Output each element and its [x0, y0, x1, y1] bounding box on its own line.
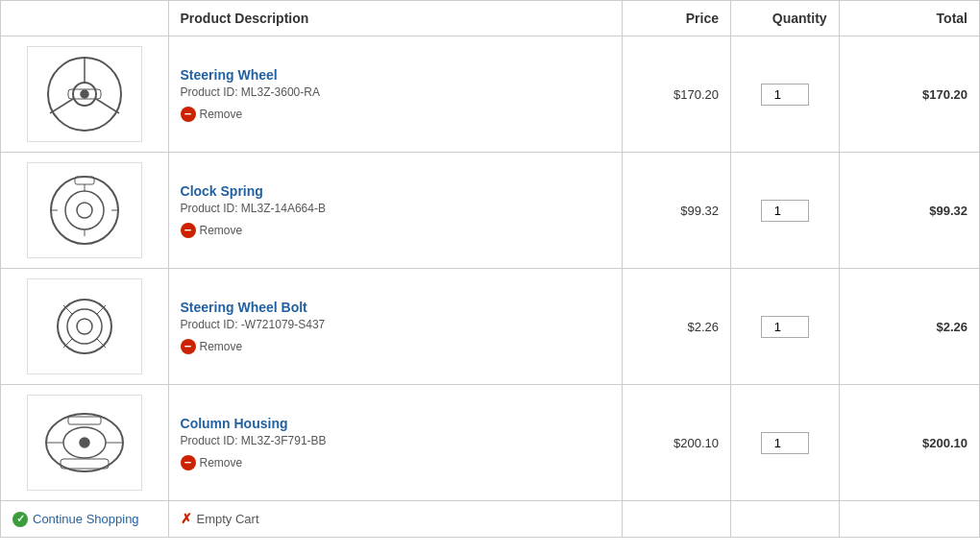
- product-image-2: [27, 162, 142, 258]
- total-cell-4: $200.10: [839, 385, 979, 501]
- svg-rect-26: [61, 459, 109, 469]
- remove-label-2: Remove: [200, 224, 243, 237]
- qty-input-4[interactable]: [761, 432, 809, 454]
- product-id-4: Product ID: ML3Z-3F791-BB: [181, 434, 611, 447]
- svg-point-6: [81, 90, 88, 98]
- continue-icon: ✓: [12, 512, 28, 527]
- remove-label-1: Remove: [200, 108, 243, 121]
- cart-row-2: Clock Spring Product ID: ML3Z-14A664-B −…: [1, 153, 980, 269]
- product-image-4: [27, 395, 142, 491]
- remove-icon-4: −: [181, 455, 196, 470]
- product-image-cell-1: [1, 36, 169, 153]
- product-name-4[interactable]: Column Housing: [181, 416, 288, 431]
- remove-label-4: Remove: [200, 456, 243, 470]
- product-desc-cell-2: Clock Spring Product ID: ML3Z-14A664-B −…: [168, 153, 623, 269]
- svg-line-19: [96, 305, 106, 315]
- price-cell-3: $2.26: [623, 269, 731, 385]
- svg-line-18: [63, 305, 73, 315]
- remove-icon-3: −: [181, 339, 196, 354]
- header-quantity: Quantity: [731, 1, 840, 36]
- price-cell-4: $200.10: [623, 385, 731, 501]
- total-cell-1: $170.20: [839, 36, 979, 153]
- product-image-1: [27, 46, 142, 142]
- product-desc-cell-3: Steering Wheel Bolt Product ID: -W721079…: [168, 269, 623, 385]
- header-image: [1, 1, 169, 36]
- footer-qty-empty: [731, 501, 840, 538]
- price-cell-1: $170.20: [623, 36, 731, 153]
- qty-cell-4: [731, 385, 840, 501]
- svg-line-4: [96, 99, 119, 113]
- remove-icon-2: −: [181, 223, 196, 238]
- product-desc-cell-1: Steering Wheel Product ID: ML3Z-3600-RA …: [168, 36, 623, 153]
- footer-price-empty: [623, 501, 731, 538]
- qty-input-2[interactable]: [761, 200, 809, 222]
- product-id-3: Product ID: -W721079-S437: [181, 318, 611, 331]
- qty-cell-1: [731, 36, 840, 153]
- qty-input-1[interactable]: [761, 84, 809, 106]
- header-description: Product Description: [168, 1, 623, 36]
- svg-point-8: [65, 191, 104, 229]
- qty-input-3[interactable]: [761, 316, 809, 338]
- empty-cart-icon: ✗: [181, 511, 192, 526]
- footer-total-empty: [839, 501, 979, 538]
- product-desc-cell-4: Column Housing Product ID: ML3Z-3F791-BB…: [168, 385, 623, 501]
- total-cell-3: $2.26: [839, 269, 979, 385]
- total-cell-2: $99.32: [839, 153, 979, 269]
- product-image-cell-2: [1, 153, 169, 269]
- product-name-1[interactable]: Steering Wheel: [181, 67, 278, 83]
- remove-icon-1: −: [181, 107, 196, 122]
- cart-footer-row: ✓ Continue Shopping ✗ Empty Cart: [1, 501, 980, 538]
- remove-button-2[interactable]: − Remove: [181, 223, 243, 238]
- empty-cart-button[interactable]: ✗ Empty Cart: [181, 511, 259, 526]
- product-name-2[interactable]: Clock Spring: [181, 183, 263, 199]
- svg-point-28: [80, 438, 89, 447]
- product-image-cell-4: [1, 385, 169, 501]
- remove-button-4[interactable]: − Remove: [181, 455, 243, 470]
- remove-button-1[interactable]: − Remove: [181, 107, 243, 122]
- continue-shopping-cell: ✓ Continue Shopping: [1, 501, 169, 538]
- price-cell-2: $99.32: [623, 153, 731, 269]
- product-id-1: Product ID: ML3Z-3600-RA: [181, 85, 611, 99]
- svg-rect-27: [68, 417, 101, 424]
- svg-point-9: [77, 203, 92, 218]
- qty-cell-2: [731, 153, 840, 269]
- svg-line-3: [50, 99, 73, 113]
- cart-table: Product Description Price Quantity Total…: [0, 0, 980, 538]
- svg-line-20: [63, 338, 73, 348]
- qty-cell-3: [731, 269, 840, 385]
- header-price: Price: [623, 1, 731, 36]
- cart-row-1: Steering Wheel Product ID: ML3Z-3600-RA …: [1, 36, 980, 153]
- cart-row-4: Column Housing Product ID: ML3Z-3F791-BB…: [1, 385, 980, 501]
- cart-row-3: Steering Wheel Bolt Product ID: -W721079…: [1, 269, 980, 385]
- continue-shopping-button[interactable]: ✓ Continue Shopping: [12, 512, 139, 527]
- continue-shopping-label: Continue Shopping: [33, 512, 139, 526]
- header-total: Total: [839, 1, 979, 36]
- product-name-3[interactable]: Steering Wheel Bolt: [181, 300, 307, 315]
- remove-label-3: Remove: [200, 340, 243, 353]
- empty-cart-cell: ✗ Empty Cart: [168, 501, 623, 538]
- product-image-cell-3: [1, 269, 169, 385]
- product-id-2: Product ID: ML3Z-14A664-B: [181, 202, 611, 215]
- svg-line-21: [96, 338, 106, 348]
- product-image-3: [27, 278, 142, 374]
- empty-cart-label: Empty Cart: [197, 512, 259, 526]
- svg-point-17: [77, 319, 92, 334]
- remove-button-3[interactable]: − Remove: [181, 339, 243, 354]
